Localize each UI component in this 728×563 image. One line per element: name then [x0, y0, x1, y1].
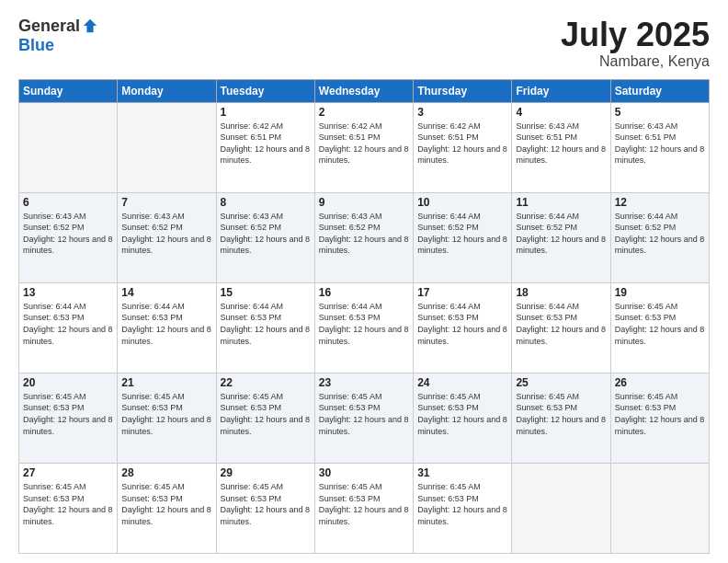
header-saturday: Saturday [610, 79, 709, 102]
calendar-cell: 10Sunrise: 6:44 AMSunset: 6:52 PMDayligh… [414, 192, 512, 282]
day-number: 3 [417, 106, 507, 119]
calendar-cell: 22Sunrise: 6:45 AMSunset: 6:53 PMDayligh… [216, 373, 314, 463]
header-tuesday: Tuesday [216, 79, 314, 102]
day-info: Sunrise: 6:43 AMSunset: 6:52 PMDaylight:… [221, 211, 311, 257]
day-info: Sunrise: 6:45 AMSunset: 6:53 PMDaylight:… [121, 391, 211, 437]
title-location: Nambare, Kenya [561, 53, 710, 70]
day-info: Sunrise: 6:43 AMSunset: 6:52 PMDaylight:… [23, 211, 113, 257]
day-number: 16 [319, 286, 409, 299]
header-friday: Friday [512, 79, 610, 102]
calendar-cell: 8Sunrise: 6:43 AMSunset: 6:52 PMDaylight… [216, 192, 314, 282]
day-number: 19 [615, 286, 705, 299]
day-info: Sunrise: 6:42 AMSunset: 6:51 PMDaylight:… [221, 121, 311, 167]
day-number: 6 [23, 196, 113, 209]
day-info: Sunrise: 6:44 AMSunset: 6:53 PMDaylight:… [121, 301, 211, 347]
day-info: Sunrise: 6:42 AMSunset: 6:51 PMDaylight:… [319, 121, 409, 167]
day-info: Sunrise: 6:45 AMSunset: 6:53 PMDaylight:… [615, 301, 705, 347]
header-wednesday: Wednesday [314, 79, 413, 102]
calendar-cell: 4Sunrise: 6:43 AMSunset: 6:51 PMDaylight… [512, 102, 610, 192]
calendar-cell [118, 102, 216, 192]
calendar-cell: 9Sunrise: 6:43 AMSunset: 6:52 PMDaylight… [314, 192, 413, 282]
day-number: 11 [516, 196, 606, 209]
day-info: Sunrise: 6:45 AMSunset: 6:53 PMDaylight:… [121, 481, 211, 527]
calendar-cell: 13Sunrise: 6:44 AMSunset: 6:53 PMDayligh… [19, 282, 118, 373]
day-number: 2 [319, 106, 409, 119]
calendar-cell [19, 102, 118, 192]
logo-general: General [18, 17, 80, 36]
day-number: 9 [319, 196, 409, 209]
logo: General Blue [18, 17, 98, 55]
calendar-cell: 7Sunrise: 6:43 AMSunset: 6:52 PMDaylight… [118, 192, 216, 282]
day-info: Sunrise: 6:44 AMSunset: 6:53 PMDaylight:… [516, 301, 606, 347]
day-number: 4 [516, 106, 606, 119]
day-number: 7 [121, 196, 211, 209]
calendar-cell: 29Sunrise: 6:45 AMSunset: 6:53 PMDayligh… [216, 463, 314, 553]
day-info: Sunrise: 6:44 AMSunset: 6:53 PMDaylight:… [23, 301, 113, 347]
day-number: 30 [319, 466, 409, 479]
day-info: Sunrise: 6:43 AMSunset: 6:51 PMDaylight:… [615, 121, 705, 167]
svg-marker-0 [84, 18, 97, 31]
calendar-cell: 28Sunrise: 6:45 AMSunset: 6:53 PMDayligh… [118, 463, 216, 553]
day-number: 13 [23, 286, 113, 299]
calendar-cell: 14Sunrise: 6:44 AMSunset: 6:53 PMDayligh… [118, 282, 216, 373]
day-info: Sunrise: 6:45 AMSunset: 6:53 PMDaylight:… [615, 391, 705, 437]
calendar-cell: 18Sunrise: 6:44 AMSunset: 6:53 PMDayligh… [512, 282, 610, 373]
calendar-week-row: 27Sunrise: 6:45 AMSunset: 6:53 PMDayligh… [19, 463, 710, 553]
title-month-year: July 2025 [561, 17, 710, 53]
day-number: 1 [221, 106, 311, 119]
day-number: 22 [221, 376, 311, 389]
calendar-cell: 17Sunrise: 6:44 AMSunset: 6:53 PMDayligh… [414, 282, 512, 373]
day-info: Sunrise: 6:44 AMSunset: 6:53 PMDaylight:… [221, 301, 311, 347]
calendar-week-row: 20Sunrise: 6:45 AMSunset: 6:53 PMDayligh… [19, 373, 710, 463]
day-info: Sunrise: 6:45 AMSunset: 6:53 PMDaylight:… [417, 481, 507, 527]
calendar-cell: 2Sunrise: 6:42 AMSunset: 6:51 PMDaylight… [314, 102, 413, 192]
day-number: 10 [417, 196, 507, 209]
day-number: 25 [516, 376, 606, 389]
calendar-cell: 1Sunrise: 6:42 AMSunset: 6:51 PMDaylight… [216, 102, 314, 192]
day-number: 14 [121, 286, 211, 299]
day-info: Sunrise: 6:44 AMSunset: 6:52 PMDaylight:… [615, 211, 705, 257]
day-info: Sunrise: 6:45 AMSunset: 6:53 PMDaylight:… [221, 391, 311, 437]
day-info: Sunrise: 6:45 AMSunset: 6:53 PMDaylight:… [417, 391, 507, 437]
day-number: 29 [221, 466, 311, 479]
day-info: Sunrise: 6:45 AMSunset: 6:53 PMDaylight:… [23, 481, 113, 527]
header-sunday: Sunday [19, 79, 118, 102]
day-info: Sunrise: 6:44 AMSunset: 6:53 PMDaylight:… [319, 301, 409, 347]
day-info: Sunrise: 6:45 AMSunset: 6:53 PMDaylight:… [319, 481, 409, 527]
day-number: 17 [417, 286, 507, 299]
calendar-cell [512, 463, 610, 553]
calendar-cell: 25Sunrise: 6:45 AMSunset: 6:53 PMDayligh… [512, 373, 610, 463]
calendar-week-row: 6Sunrise: 6:43 AMSunset: 6:52 PMDaylight… [19, 192, 710, 282]
day-info: Sunrise: 6:42 AMSunset: 6:51 PMDaylight:… [417, 121, 507, 167]
calendar-cell [610, 463, 709, 553]
calendar-cell: 20Sunrise: 6:45 AMSunset: 6:53 PMDayligh… [19, 373, 118, 463]
day-number: 31 [417, 466, 507, 479]
calendar-week-row: 13Sunrise: 6:44 AMSunset: 6:53 PMDayligh… [19, 282, 710, 373]
day-info: Sunrise: 6:45 AMSunset: 6:53 PMDaylight:… [319, 391, 409, 437]
calendar-table: SundayMondayTuesdayWednesdayThursdayFrid… [18, 79, 710, 554]
day-info: Sunrise: 6:44 AMSunset: 6:52 PMDaylight:… [516, 211, 606, 257]
day-info: Sunrise: 6:45 AMSunset: 6:53 PMDaylight:… [23, 391, 113, 437]
day-number: 8 [221, 196, 311, 209]
day-info: Sunrise: 6:44 AMSunset: 6:52 PMDaylight:… [417, 211, 507, 257]
calendar-cell: 26Sunrise: 6:45 AMSunset: 6:53 PMDayligh… [610, 373, 709, 463]
header-monday: Monday [118, 79, 216, 102]
calendar-cell: 3Sunrise: 6:42 AMSunset: 6:51 PMDaylight… [414, 102, 512, 192]
day-info: Sunrise: 6:43 AMSunset: 6:52 PMDaylight:… [319, 211, 409, 257]
day-info: Sunrise: 6:44 AMSunset: 6:53 PMDaylight:… [417, 301, 507, 347]
day-info: Sunrise: 6:43 AMSunset: 6:52 PMDaylight:… [121, 211, 211, 257]
day-info: Sunrise: 6:43 AMSunset: 6:51 PMDaylight:… [516, 121, 606, 167]
day-number: 12 [615, 196, 705, 209]
title-block: July 2025 Nambare, Kenya [561, 17, 710, 70]
day-number: 5 [615, 106, 705, 119]
calendar-cell: 27Sunrise: 6:45 AMSunset: 6:53 PMDayligh… [19, 463, 118, 553]
day-number: 15 [221, 286, 311, 299]
day-info: Sunrise: 6:45 AMSunset: 6:53 PMDaylight:… [221, 481, 311, 527]
logo-icon [82, 17, 98, 34]
day-number: 24 [417, 376, 507, 389]
day-number: 26 [615, 376, 705, 389]
page: General Blue July 2025 Nambare, Kenya Su… [0, 0, 728, 563]
day-info: Sunrise: 6:45 AMSunset: 6:53 PMDaylight:… [516, 391, 606, 437]
calendar-cell: 31Sunrise: 6:45 AMSunset: 6:53 PMDayligh… [414, 463, 512, 553]
day-number: 18 [516, 286, 606, 299]
